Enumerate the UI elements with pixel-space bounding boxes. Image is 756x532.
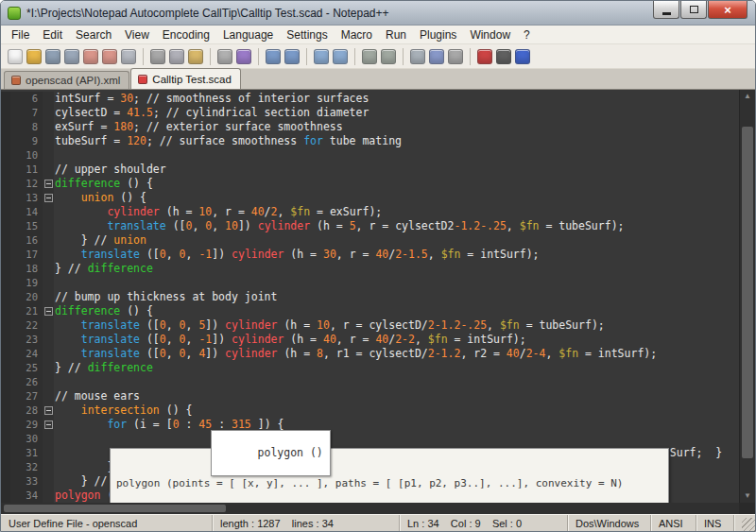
fold-margin[interactable] (43, 191, 54, 205)
maximize-button[interactable] (680, 1, 707, 19)
menu-search[interactable]: Search (69, 26, 118, 43)
cut-icon[interactable] (150, 49, 165, 64)
bookmark-margin[interactable] (1, 92, 10, 106)
fold-margin[interactable] (43, 262, 54, 276)
fold-collapse-icon[interactable] (44, 420, 53, 429)
fold-margin[interactable] (43, 106, 54, 120)
menu-settings[interactable]: Settings (280, 26, 334, 43)
status-eol-format[interactable]: Dos\Windows (568, 515, 651, 531)
bookmark-margin[interactable] (1, 106, 10, 120)
close-button[interactable]: × (708, 1, 747, 19)
code-text[interactable]: intersection () { (54, 403, 739, 418)
play-macro-icon[interactable] (515, 49, 530, 64)
fold-margin[interactable] (43, 177, 54, 191)
menu-encoding[interactable]: Encoding (156, 26, 216, 43)
open-folder-icon[interactable] (26, 49, 42, 64)
print-icon[interactable] (121, 49, 136, 64)
replace-icon[interactable] (284, 49, 300, 64)
bookmark-margin[interactable] (1, 489, 10, 503)
bookmark-margin[interactable] (1, 290, 10, 304)
fold-margin[interactable] (43, 347, 54, 361)
save-all-icon[interactable] (64, 49, 79, 64)
minimize-button[interactable] (653, 1, 679, 19)
menu-plugins[interactable]: Plugins (413, 26, 463, 43)
code-text[interactable]: } // union (54, 233, 739, 248)
horizontal-scroll-thumb[interactable] (4, 505, 226, 512)
zoom-out-icon[interactable] (333, 49, 348, 64)
indent-guide-icon[interactable] (448, 49, 463, 64)
bookmark-margin[interactable] (1, 460, 10, 474)
paste-icon[interactable] (188, 49, 203, 64)
menu-window[interactable]: Window (463, 26, 517, 43)
fold-margin[interactable] (43, 418, 54, 432)
vertical-scrollbar[interactable]: ▲ ▼ (739, 90, 755, 503)
bookmark-margin[interactable] (1, 233, 10, 248)
code-text[interactable]: intSurf = 30; // smoothness of interior … (54, 92, 739, 106)
fold-collapse-icon[interactable] (44, 307, 53, 316)
bookmark-margin[interactable] (1, 446, 10, 460)
code-text[interactable] (54, 375, 739, 389)
fold-margin[interactable] (43, 290, 54, 304)
code-text[interactable] (54, 432, 739, 446)
code-text[interactable]: // bump up thickness at body joint (54, 290, 739, 304)
code-text[interactable]: for (i = [0 : 45 : 315 ]) { (54, 418, 739, 432)
fold-margin[interactable] (43, 474, 54, 489)
bookmark-margin[interactable] (1, 177, 10, 191)
code-text[interactable]: cylinder (h = 10, r = 40/2, $fn = exSurf… (54, 205, 739, 219)
sync-horizontal-icon[interactable] (381, 49, 396, 64)
bookmark-margin[interactable] (1, 205, 10, 219)
fold-margin[interactable] (43, 389, 54, 403)
resize-grip[interactable] (734, 515, 755, 531)
scroll-down-icon[interactable]: ▼ (740, 489, 755, 503)
bookmark-margin[interactable] (1, 219, 10, 233)
code-text[interactable]: translate ([0, 0, 4]) cylinder (h = 8, r… (54, 347, 739, 361)
save-icon[interactable] (45, 49, 60, 64)
bookmark-margin[interactable] (1, 361, 10, 375)
fold-collapse-icon[interactable] (44, 406, 53, 415)
bookmark-margin[interactable] (1, 163, 10, 177)
code-text[interactable]: union () { (54, 191, 739, 205)
bookmark-margin[interactable] (1, 276, 10, 290)
vertical-scroll-track[interactable] (740, 103, 755, 489)
menu-macro[interactable]: Macro (335, 26, 379, 43)
code-text[interactable]: difference () { (54, 304, 739, 318)
fold-margin[interactable] (43, 248, 54, 262)
bookmark-margin[interactable] (1, 418, 10, 432)
fold-margin[interactable] (43, 233, 54, 248)
fold-margin[interactable] (43, 163, 54, 177)
horizontal-scrollbar[interactable] (1, 503, 755, 514)
redo-icon[interactable] (236, 49, 251, 64)
tab-openscad-api-xml[interactable]: openscad (API).xml (4, 71, 129, 89)
bookmark-margin[interactable] (1, 120, 10, 134)
menu-run[interactable]: Run (379, 26, 413, 43)
fold-margin[interactable] (43, 134, 54, 148)
bookmark-margin[interactable] (1, 148, 10, 163)
bookmark-margin[interactable] (1, 403, 10, 418)
title-bar[interactable]: *I:\Projects\Notepad Autocomplete CallTi… (1, 1, 755, 26)
menu-edit[interactable]: Edit (36, 26, 69, 43)
bookmark-margin[interactable] (1, 262, 10, 276)
fold-collapse-icon[interactable] (44, 180, 53, 188)
status-insert-mode[interactable]: INS (696, 515, 734, 531)
bookmark-margin[interactable] (1, 432, 10, 446)
code-text[interactable]: // mouse ears (54, 389, 739, 403)
code-text[interactable]: } // difference (54, 361, 739, 375)
tab-calltip-test-scad[interactable]: Calltip Test.scad (130, 68, 241, 89)
bookmark-margin[interactable] (1, 318, 10, 333)
fold-collapse-icon[interactable] (44, 194, 53, 202)
new-file-icon[interactable] (8, 49, 23, 64)
bookmark-margin[interactable] (1, 248, 10, 262)
menu-item[interactable]: ? (517, 26, 537, 43)
fold-margin[interactable] (43, 361, 54, 375)
bookmark-margin[interactable] (1, 134, 10, 148)
menu-file[interactable]: File (5, 26, 36, 43)
fold-margin[interactable] (43, 304, 54, 318)
fold-margin[interactable] (43, 403, 54, 418)
menu-view[interactable]: View (118, 26, 156, 43)
fold-margin[interactable] (43, 148, 54, 163)
code-text[interactable]: difference () { (54, 177, 739, 191)
sync-vertical-icon[interactable] (362, 49, 377, 64)
show-all-characters-icon[interactable] (429, 49, 444, 64)
bookmark-margin[interactable] (1, 474, 10, 489)
record-macro-icon[interactable] (477, 49, 492, 64)
